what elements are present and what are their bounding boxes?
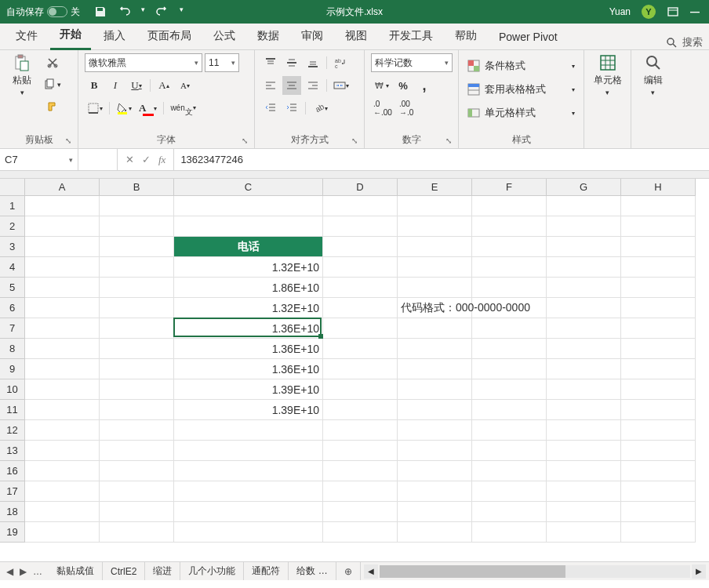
- cell-F7[interactable]: [472, 318, 547, 339]
- col-header-C[interactable]: C: [174, 179, 323, 196]
- cell-B12[interactable]: [100, 420, 174, 441]
- cell-A13[interactable]: [25, 441, 100, 461]
- cell-D11[interactable]: [323, 400, 398, 420]
- cell-H8[interactable]: [621, 339, 696, 359]
- cell-D19[interactable]: [323, 522, 398, 543]
- cell-E4[interactable]: [398, 257, 472, 278]
- cell-D1[interactable]: [323, 196, 398, 216]
- shrink-font-button[interactable]: A▾: [176, 76, 195, 95]
- cell-G1[interactable]: [547, 196, 621, 216]
- tab-dev[interactable]: 开发工具: [380, 23, 442, 49]
- cell-A8[interactable]: [25, 339, 100, 359]
- scroll-right-icon[interactable]: ▶: [692, 564, 706, 579]
- cell-B18[interactable]: [100, 502, 174, 522]
- cell-D10[interactable]: [323, 379, 398, 400]
- sheet-prev-icon[interactable]: ◀: [6, 566, 13, 577]
- cell-C10[interactable]: 1.39E+10: [174, 379, 323, 400]
- cell-D18[interactable]: [323, 502, 398, 522]
- cell-C9[interactable]: 1.36E+10: [174, 359, 323, 379]
- cell-A12[interactable]: [25, 420, 100, 441]
- align-center-button[interactable]: [282, 76, 301, 95]
- avatar[interactable]: Y: [642, 5, 656, 19]
- undo-dropdown-icon[interactable]: ▾: [141, 5, 145, 18]
- col-header-H[interactable]: H: [621, 179, 696, 196]
- sheet-tab-4[interactable]: 通配符: [244, 562, 289, 580]
- number-format-combo[interactable]: 科学记数▾: [371, 53, 453, 72]
- increase-indent-button[interactable]: [282, 99, 301, 118]
- tab-help[interactable]: 帮助: [445, 23, 486, 49]
- cell-A5[interactable]: [25, 278, 100, 298]
- row-header-16[interactable]: 16: [0, 461, 25, 481]
- dialog-launcher-icon[interactable]: ⤡: [65, 136, 71, 145]
- cell-B19[interactable]: [100, 522, 174, 543]
- underline-button[interactable]: U▾: [127, 76, 146, 95]
- row-header-10[interactable]: 10: [0, 379, 25, 400]
- search-label[interactable]: 搜索: [682, 35, 703, 49]
- cell-H9[interactable]: [621, 359, 696, 379]
- accounting-button[interactable]: ₩▾: [371, 76, 391, 95]
- select-all-corner[interactable]: [0, 179, 25, 196]
- fill-color-button[interactable]: ▾: [114, 99, 134, 118]
- cell-H11[interactable]: [621, 400, 696, 420]
- row-header-17[interactable]: 17: [0, 481, 25, 502]
- cell-A3[interactable]: [25, 237, 100, 257]
- cell-E1[interactable]: [398, 196, 472, 216]
- cell-E7[interactable]: [398, 318, 472, 339]
- scroll-left-icon[interactable]: ◀: [364, 564, 378, 579]
- cell-F19[interactable]: [472, 522, 547, 543]
- cell-C8[interactable]: 1.36E+10: [174, 339, 323, 359]
- cell-D7[interactable]: [323, 318, 398, 339]
- cell-H3[interactable]: [621, 237, 696, 257]
- cell-B7[interactable]: [100, 318, 174, 339]
- cell-F2[interactable]: [472, 216, 547, 237]
- cell-H6[interactable]: [621, 298, 696, 318]
- row-header-6[interactable]: 6: [0, 298, 25, 318]
- cell-B3[interactable]: [100, 237, 174, 257]
- name-box[interactable]: C7 ▾: [0, 149, 78, 170]
- cell-E5[interactable]: [398, 278, 472, 298]
- merge-button[interactable]: ▾: [331, 76, 351, 95]
- col-header-E[interactable]: E: [398, 179, 472, 196]
- cell-G16[interactable]: [547, 461, 621, 481]
- decrease-decimal-button[interactable]: .00→.0: [397, 99, 416, 118]
- sheet-tab-3[interactable]: 几个小功能: [180, 562, 244, 580]
- cell-G10[interactable]: [547, 379, 621, 400]
- cell-G8[interactable]: [547, 339, 621, 359]
- cell-B1[interactable]: [100, 196, 174, 216]
- tab-powerpivot[interactable]: Power Pivot: [489, 24, 567, 49]
- cell-F17[interactable]: [472, 481, 547, 502]
- cell-G19[interactable]: [547, 522, 621, 543]
- wrap-text-button[interactable]: abc: [331, 53, 350, 72]
- cell-H10[interactable]: [621, 379, 696, 400]
- row-header-8[interactable]: 8: [0, 339, 25, 359]
- cell-F9[interactable]: [472, 359, 547, 379]
- tab-formulas[interactable]: 公式: [204, 23, 245, 49]
- cell-E19[interactable]: [398, 522, 472, 543]
- cell-D6[interactable]: [323, 298, 398, 318]
- undo-icon[interactable]: [118, 5, 130, 18]
- grow-font-button[interactable]: A▴: [155, 76, 173, 95]
- row-header-7[interactable]: 7: [0, 318, 25, 339]
- tab-view[interactable]: 视图: [336, 23, 376, 49]
- save-icon[interactable]: [94, 5, 107, 18]
- row-header-4[interactable]: 4: [0, 257, 25, 278]
- cell-H12[interactable]: [621, 420, 696, 441]
- dialog-launcher-icon[interactable]: ⤡: [351, 136, 358, 145]
- italic-button[interactable]: I: [106, 76, 125, 95]
- cell-C11[interactable]: 1.39E+10: [174, 400, 323, 420]
- tab-review[interactable]: 审阅: [292, 23, 333, 49]
- cell-B4[interactable]: [100, 257, 174, 278]
- copy-button[interactable]: ▾: [41, 75, 64, 94]
- cell-E8[interactable]: [398, 339, 472, 359]
- cell-C1[interactable]: [174, 196, 323, 216]
- tab-home[interactable]: 开始: [50, 21, 91, 50]
- cell-G11[interactable]: [547, 400, 621, 420]
- row-header-13[interactable]: 13: [0, 441, 25, 461]
- enter-icon[interactable]: ✓: [142, 154, 151, 165]
- phonetic-button[interactable]: wén文▾: [168, 99, 198, 118]
- cell-F5[interactable]: [472, 278, 547, 298]
- cell-G2[interactable]: [547, 216, 621, 237]
- cell-E3[interactable]: [398, 237, 472, 257]
- cell-B9[interactable]: [100, 359, 174, 379]
- row-header-12[interactable]: 12: [0, 420, 25, 441]
